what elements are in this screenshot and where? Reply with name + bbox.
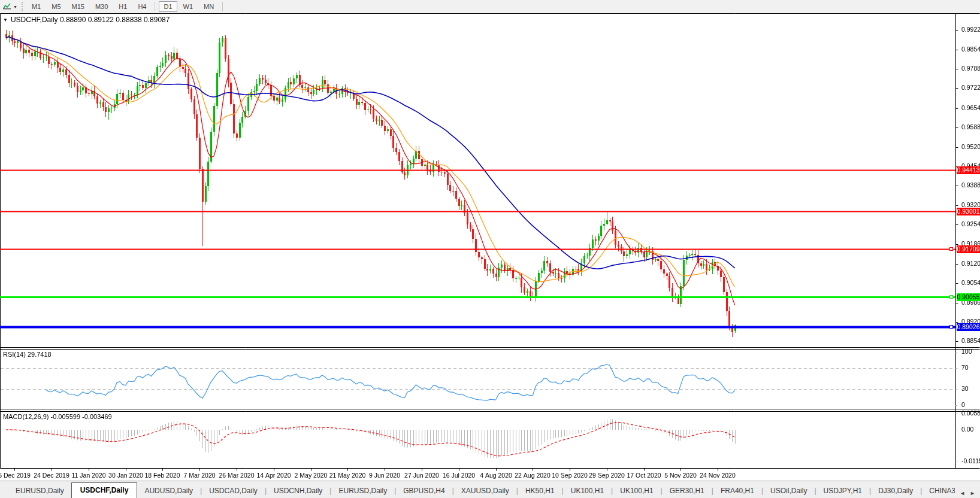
symbol-tab-uk100-h1[interactable]: UK100,H1 bbox=[613, 484, 660, 498]
tab-scroll-left-button[interactable]: ◄ bbox=[960, 490, 965, 496]
chart-title-text: USDCHF,Daily 0.88890 0.89122 0.88838 0.8… bbox=[11, 16, 170, 24]
symbol-tab-ger30-h1[interactable]: GER30,H1 bbox=[663, 484, 712, 498]
symbol-tab-usdjpy-h1[interactable]: USDJPY,H1 bbox=[816, 484, 869, 498]
symbol-tab-hk50-h1[interactable]: HK50,H1 bbox=[518, 484, 562, 498]
price-line-badge: 0.93001 bbox=[957, 208, 980, 215]
tab-scroll-arrows: ◄ ► bbox=[955, 490, 980, 498]
price-line-badge: 0.94413 bbox=[957, 166, 980, 174]
macd-label: MACD(12,26,9) -0.005599 -0.003469 bbox=[3, 413, 112, 420]
symbol-tab-audusd-daily[interactable]: AUDUSD,Daily bbox=[137, 484, 200, 498]
symbol-tab-gbpusd-h4[interactable]: GBPUSD,H4 bbox=[396, 484, 452, 498]
symbol-tab-usdcnh-daily[interactable]: USDCNH,Daily bbox=[267, 484, 329, 498]
chart-dropdown-icon[interactable]: ▼ bbox=[3, 17, 8, 23]
symbol-tab-xauusd-daily[interactable]: XAUUSD,Daily bbox=[454, 484, 516, 498]
symbol-tabbar: EURUSD,DailyUSDCHF,DailyAUDUSD,Daily|USD… bbox=[0, 481, 980, 498]
chart-canvas[interactable] bbox=[0, 0, 980, 498]
symbol-tab-dj30-daily[interactable]: DJ30,Daily bbox=[871, 484, 920, 498]
chart-title: ▼ USDCHF,Daily 0.88890 0.89122 0.88838 0… bbox=[3, 16, 170, 24]
symbol-tabs: EURUSD,DailyUSDCHF,DailyAUDUSD,Daily|USD… bbox=[0, 481, 955, 498]
rsi-label: RSI(14) 29.7418 bbox=[3, 351, 52, 358]
symbol-tab-china300-h1[interactable]: CHINA300,H1 bbox=[922, 484, 955, 498]
symbol-tab-fra40-h1[interactable]: FRA40,H1 bbox=[713, 484, 761, 498]
symbol-tab-uk100-h1[interactable]: UK100,H1 bbox=[564, 484, 611, 498]
symbol-tab-usoil-daily[interactable]: USOil,Daily bbox=[763, 484, 814, 498]
mt4-window: ▼ M1M5M15M30H1H4D1W1MN ▼ USDCHF,Daily 0.… bbox=[0, 0, 980, 498]
symbol-tab-eurusd-daily[interactable]: EURUSD,Daily bbox=[331, 484, 394, 498]
symbol-tab-usdcad-daily[interactable]: USDCAD,Daily bbox=[202, 484, 265, 498]
chart-region: ▼ USDCHF,Daily 0.88890 0.89122 0.88838 0… bbox=[0, 0, 980, 498]
symbol-tab-usdchf-daily[interactable]: USDCHF,Daily bbox=[71, 482, 138, 498]
tab-scroll-right-button[interactable]: ► bbox=[970, 490, 975, 496]
price-line-badge: 0.89026 bbox=[957, 323, 980, 331]
price-line-badge: 0.90055 bbox=[957, 293, 980, 301]
price-line-badge: 0.91709 bbox=[957, 245, 980, 253]
symbol-tab-eurusd-daily[interactable]: EURUSD,Daily bbox=[8, 484, 71, 498]
